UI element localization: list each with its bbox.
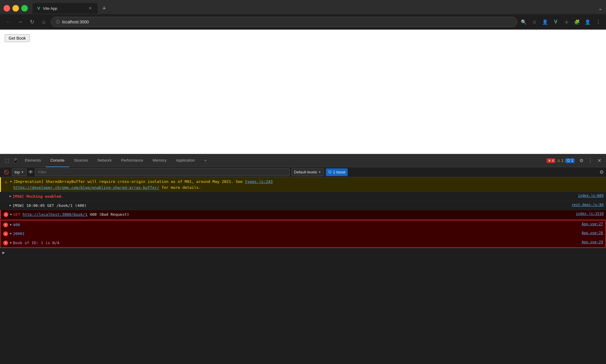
tab-menu-button[interactable]: ⌄ <box>598 5 602 12</box>
tab-elements[interactable]: Elements <box>20 154 46 167</box>
tab-sources[interactable]: Sources <box>69 154 93 167</box>
deprecation-link[interactable]: types.js:243 <box>245 179 273 184</box>
info-count-badge: 🗨 1 <box>565 158 575 163</box>
reload-button[interactable]: ↻ <box>27 17 37 27</box>
nav-icons: 🔍 ☆ 👤 V ⊹ 🧩 👤 ⋮ <box>520 18 602 26</box>
tab-favicon: V <box>37 6 40 11</box>
devtools-settings-icon[interactable]: ⚙ <box>577 156 586 165</box>
tab-performance[interactable]: Performance <box>116 154 148 167</box>
console-context-selector[interactable]: top ▼ <box>12 168 27 176</box>
vite-extension-icon[interactable]: V <box>552 18 560 26</box>
address-security-icon: ⓘ <box>56 19 60 25</box>
console-message-msw-enabled: ▶ [MSW] Mocking enabled. index.js:669 <box>0 192 606 201</box>
minimize-button[interactable] <box>12 5 19 12</box>
console-source-app-28[interactable]: App.vue:28 <box>582 231 603 235</box>
console-eye-icon[interactable]: 👁 <box>28 170 33 175</box>
new-tab-button[interactable]: + <box>100 4 108 12</box>
expand-icon[interactable]: ▶ <box>9 204 11 207</box>
console-filter-input[interactable] <box>35 168 290 176</box>
console-toolbar: 🚫 top ▼ 👁 Default levels ▼ 🗨 1 Issue ⚙ <box>0 167 606 177</box>
console-message-20001: ✕ ▶ 20001 App.vue:28 <box>1 229 605 239</box>
warning-icon: ⚠ <box>3 179 9 184</box>
get-book-button[interactable]: Get Book <box>5 34 30 42</box>
error-count-badge: ✕ 4 <box>547 158 555 163</box>
console-message-deprecation: ⚠ ▶ [Deprecation] SharedArrayBuffer will… <box>0 177 606 192</box>
back-button[interactable]: ← <box>4 17 13 27</box>
forward-button[interactable]: → <box>15 17 25 27</box>
home-button[interactable]: ⌂ <box>39 17 49 27</box>
console-source-app-29[interactable]: App.vue:29 <box>582 240 603 244</box>
error-icon: ✕ <box>3 212 9 217</box>
devtools-more-icon[interactable]: ⋮ <box>586 156 595 165</box>
profile-icon[interactable]: 👤 <box>541 18 549 26</box>
tab-more[interactable]: » <box>199 154 211 167</box>
devtools-panel: ⬚ 📱 Elements Console Sources Network Per… <box>0 154 606 364</box>
tab-network[interactable]: Network <box>93 154 117 167</box>
devtools-close-icon[interactable]: ✕ <box>595 156 604 165</box>
page-content: Get Book <box>0 30 606 154</box>
console-400-text: 400 <box>13 222 579 228</box>
tab-memory[interactable]: Memory <box>148 154 171 167</box>
search-icon[interactable]: 🔍 <box>520 18 528 26</box>
devtools-inspect-icon[interactable]: ⬚ <box>2 156 11 165</box>
chevron-down-icon: ▼ <box>318 170 321 174</box>
tab-close-icon[interactable]: × <box>88 6 93 11</box>
puzzle-extension-icon[interactable]: 🧩 <box>573 18 581 26</box>
avatar-icon[interactable]: 👤 <box>584 18 592 26</box>
address-bar[interactable]: ⓘ localhost:3000 <box>51 17 517 27</box>
console-deprecation-text: [Deprecation] SharedArrayBuffer will req… <box>13 179 604 190</box>
console-input[interactable] <box>7 250 604 255</box>
error-icon: ✕ <box>3 222 8 228</box>
expand-icon[interactable]: ▶ <box>10 212 12 216</box>
tab-bar: V Vite App × + ⌄ <box>0 0 606 14</box>
console-source-index-1510[interactable]: index.js:1510 <box>576 212 604 216</box>
bookmark-icon[interactable]: ☆ <box>530 18 539 26</box>
blog-link[interactable]: https://developer.chrome.com/blog/enabli… <box>13 185 159 190</box>
console-levels-selector[interactable]: Default levels ▼ <box>291 168 324 176</box>
console-source-app-27[interactable]: App.vue:27 <box>582 222 603 226</box>
console-prompt-icon: ▶ <box>2 250 5 255</box>
console-20001-text: 20001 <box>13 231 579 237</box>
console-levels-text: Default levels <box>294 170 317 174</box>
console-settings-icon[interactable]: ⚙ <box>599 169 604 175</box>
console-clear-button[interactable]: 🚫 <box>2 168 10 176</box>
console-get-error-text: GET http://localhost:3000/book/1 400 (Ba… <box>13 212 573 218</box>
issues-text: 1 Issue <box>333 170 346 174</box>
console-source-index-669[interactable]: index.js:669 <box>578 194 604 198</box>
console-input-row: ▶ <box>0 249 606 256</box>
tab-title: Vite App <box>43 6 85 11</box>
browser-tab-active[interactable]: V Vite App × <box>33 3 98 14</box>
expand-icon[interactable]: ▶ <box>10 241 12 244</box>
browser-chrome: V Vite App × + ⌄ ← → ↻ ⌂ ⓘ localhost:300… <box>0 0 606 364</box>
tab-application[interactable]: Application <box>171 154 200 167</box>
console-message-400: ✕ ▶ 400 App.vue:27 <box>1 220 605 230</box>
address-text: localhost:3000 <box>62 20 512 24</box>
error-url[interactable]: http://localhost:3000/book/1 <box>22 212 87 217</box>
cursor-extension-icon[interactable]: ⊹ <box>562 18 570 26</box>
expand-icon <box>2 194 8 199</box>
console-msw-request-text: [MSW] 10:06:05 GET /book/1 (400) <box>12 203 569 209</box>
expand-icon[interactable]: ▶ <box>10 232 12 235</box>
close-button[interactable] <box>4 5 10 12</box>
issues-badge[interactable]: 🗨 1 Issue <box>326 168 348 176</box>
devtools-toolbar: ⬚ 📱 Elements Console Sources Network Per… <box>0 154 606 167</box>
nav-bar: ← → ↻ ⌂ ⓘ localhost:3000 🔍 ☆ 👤 V ⊹ 🧩 👤 ⋮ <box>0 14 606 30</box>
console-source-rest-deps[interactable]: rest-deps.js:84 <box>572 203 604 207</box>
window-controls <box>4 5 28 12</box>
warning-count-badge: ⚠ 1 <box>557 159 563 163</box>
expand-icon[interactable]: ▶ <box>10 223 12 226</box>
error-icon: ✕ <box>3 240 8 246</box>
more-options-icon[interactable]: ⋮ <box>594 18 602 26</box>
tab-console[interactable]: Console <box>46 154 69 167</box>
devtools-mobile-icon[interactable]: 📱 <box>11 156 20 165</box>
console-message-msw-request: ▶ [MSW] 10:06:05 GET /book/1 (400) rest-… <box>0 201 606 210</box>
console-output: ⚠ ▶ [Deprecation] SharedArrayBuffer will… <box>0 177 606 364</box>
console-message-get-error: ✕ ▶ GET http://localhost:3000/book/1 400… <box>0 210 606 219</box>
info-icon <box>2 203 8 208</box>
console-message-book-id: ✕ ▶ Book of ID: 1 is N/A App.vue:29 <box>1 239 605 248</box>
expand-icon[interactable]: ▶ <box>10 180 12 183</box>
issues-icon: 🗨 <box>328 170 332 174</box>
console-context-text: top <box>14 170 20 174</box>
maximize-button[interactable] <box>21 5 28 12</box>
expand-icon[interactable]: ▶ <box>9 194 11 198</box>
